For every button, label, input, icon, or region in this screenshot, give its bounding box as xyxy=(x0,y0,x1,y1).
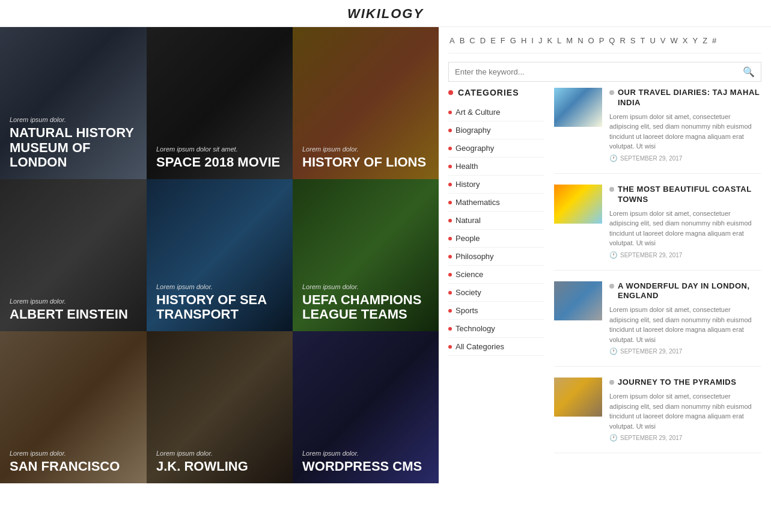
grid-cell-3[interactable]: Lorem ipsum dolor.ALBERT EINSTEIN xyxy=(0,179,147,331)
categories-title: CATEGORIES xyxy=(448,88,544,97)
grid-cell-8[interactable]: Lorem ipsum dolor.WORDPRESS CMS xyxy=(293,331,439,483)
alpha-letter-U[interactable]: U xyxy=(648,35,656,46)
alpha-letter-O[interactable]: O xyxy=(587,35,596,46)
alpha-letter-W[interactable]: W xyxy=(669,35,679,46)
site-logo[interactable]: WIKILOGY xyxy=(347,6,424,21)
category-label: All Categories xyxy=(456,342,504,351)
category-item[interactable]: Society xyxy=(448,284,544,302)
alpha-letter-R[interactable]: R xyxy=(618,35,626,46)
article-item-3[interactable]: JOURNEY TO THE PYRAMIDSLorem ipsum dolor… xyxy=(554,378,761,453)
article-excerpt-3: Lorem ipsum dolor sit amet, consectetuer… xyxy=(609,391,761,431)
grid-cell-subtitle-0: Lorem ipsum dolor. xyxy=(10,116,147,123)
clock-icon: 🕐 xyxy=(609,434,618,442)
alpha-letter-P[interactable]: P xyxy=(598,35,606,46)
article-date-1: 🕐SEPTEMBER 29, 2017 xyxy=(609,251,761,259)
category-item[interactable]: All Categories xyxy=(448,338,544,356)
clock-icon: 🕐 xyxy=(609,154,618,162)
alpha-letter-G[interactable]: G xyxy=(509,35,517,46)
alpha-letter-E[interactable]: E xyxy=(489,35,497,46)
article-item-1[interactable]: THE MOST BEAUTIFUL COASTAL TOWNSLorem ip… xyxy=(554,185,761,271)
alpha-letter-S[interactable]: S xyxy=(629,35,637,46)
alpha-letter-I[interactable]: I xyxy=(530,35,535,46)
category-item[interactable]: History xyxy=(448,176,544,194)
alphabet-nav: ABCDEFGHIJKLMNOPQRSTUVWXYZ# xyxy=(448,27,761,54)
category-item[interactable]: Health xyxy=(448,157,544,176)
category-item[interactable]: Science xyxy=(448,266,544,284)
grid-row-3: Lorem ipsum dolor.SAN FRANCISCOLorem ips… xyxy=(0,331,439,483)
alpha-letter-#[interactable]: # xyxy=(711,35,718,46)
article-title-3: JOURNEY TO THE PYRAMIDS xyxy=(618,378,736,388)
alpha-letter-J[interactable]: J xyxy=(537,35,544,46)
category-item[interactable]: Art & Culture xyxy=(448,103,544,121)
grid-cell-2[interactable]: Lorem ipsum dolor.HISTORY OF LIONS xyxy=(293,27,439,179)
grid-cell-title-4: HISTORY OF SEA TRANSPORT xyxy=(156,293,293,322)
alpha-letter-H[interactable]: H xyxy=(520,35,528,46)
article-info-0: OUR TRAVEL DIARIES: TAJ MAHAL INDIALorem… xyxy=(609,88,761,162)
grid-cell-subtitle-3: Lorem ipsum dolor. xyxy=(10,298,128,305)
article-title-2: A WONDERFUL DAY IN LONDON, ENGLAND xyxy=(618,281,761,302)
article-date-text-1: SEPTEMBER 29, 2017 xyxy=(620,252,682,258)
alpha-letter-X[interactable]: X xyxy=(681,35,689,46)
article-thumbnail-image-0 xyxy=(554,88,602,127)
grid-cell-subtitle-6: Lorem ipsum dolor. xyxy=(10,450,120,457)
article-date-text-2: SEPTEMBER 29, 2017 xyxy=(620,348,682,355)
article-title-0: OUR TRAVEL DIARIES: TAJ MAHAL INDIA xyxy=(618,88,761,108)
grid-cell-subtitle-8: Lorem ipsum dolor. xyxy=(302,450,422,457)
alpha-letter-Y[interactable]: Y xyxy=(691,35,699,46)
alpha-letter-Q[interactable]: Q xyxy=(608,35,616,46)
grid-cell-0[interactable]: Lorem ipsum dolor.NATURAL HISTORY MUSEUM… xyxy=(0,27,147,179)
category-label: Biography xyxy=(456,126,491,135)
category-bullet xyxy=(448,309,452,313)
grid-cell-title-3: ALBERT EINSTEIN xyxy=(10,307,128,322)
article-item-0[interactable]: OUR TRAVEL DIARIES: TAJ MAHAL INDIALorem… xyxy=(554,88,761,174)
category-item[interactable]: Technology xyxy=(448,320,544,338)
category-label: Mathematics xyxy=(456,198,500,207)
category-item[interactable]: Philosophy xyxy=(448,248,544,266)
grid-cell-1[interactable]: Lorem ipsum dolor sit amet.SPACE 2018 MO… xyxy=(147,27,293,179)
grid-cell-7[interactable]: Lorem ipsum dolor.J.K. ROWLING xyxy=(147,331,293,483)
alpha-letter-M[interactable]: M xyxy=(565,35,574,46)
header: WIKILOGY xyxy=(0,0,771,27)
alpha-letter-V[interactable]: V xyxy=(659,35,667,46)
grid-cell-6[interactable]: Lorem ipsum dolor.SAN FRANCISCO xyxy=(0,331,147,483)
grid-row-1: Lorem ipsum dolor.NATURAL HISTORY MUSEUM… xyxy=(0,27,439,179)
category-item[interactable]: People xyxy=(448,230,544,248)
category-item[interactable]: Mathematics xyxy=(448,194,544,212)
alpha-letter-T[interactable]: T xyxy=(639,35,647,46)
category-list: Art & CultureBiographyGeographyHealthHis… xyxy=(448,103,544,356)
grid-cell-title-5: UEFA CHAMPIONS LEAGUE TEAMS xyxy=(302,293,439,322)
category-bullet xyxy=(448,327,452,331)
alpha-letter-C[interactable]: C xyxy=(468,35,476,46)
category-item[interactable]: Geography xyxy=(448,139,544,157)
category-bullet xyxy=(448,183,452,186)
search-icon[interactable]: 🔍 xyxy=(743,66,755,78)
alpha-letter-D[interactable]: D xyxy=(479,35,487,46)
alpha-letter-A[interactable]: A xyxy=(448,35,456,46)
article-thumbnail-image-1 xyxy=(554,185,602,224)
article-info-3: JOURNEY TO THE PYRAMIDSLorem ipsum dolor… xyxy=(609,378,761,442)
grid-cell-5[interactable]: Lorem ipsum dolor.UEFA CHAMPIONS LEAGUE … xyxy=(293,179,439,331)
category-item[interactable]: Sports xyxy=(448,302,544,320)
alpha-letter-K[interactable]: K xyxy=(546,35,553,46)
article-excerpt-0: Lorem ipsum dolor sit amet, consectetuer… xyxy=(609,112,761,151)
category-label: Natural xyxy=(456,216,481,225)
article-thumb-0 xyxy=(554,88,602,127)
article-date-2: 🕐SEPTEMBER 29, 2017 xyxy=(609,347,761,355)
category-label: Science xyxy=(456,270,483,279)
article-date-text-3: SEPTEMBER 29, 2017 xyxy=(620,435,682,441)
grid-cell-subtitle-1: Lorem ipsum dolor sit amet. xyxy=(156,145,280,153)
article-thumbnail-image-3 xyxy=(554,378,602,417)
category-item[interactable]: Natural xyxy=(448,212,544,230)
grid-cell-4[interactable]: Lorem ipsum dolor.HISTORY OF SEA TRANSPO… xyxy=(147,179,293,331)
alpha-letter-L[interactable]: L xyxy=(556,35,562,46)
alpha-letter-Z[interactable]: Z xyxy=(701,35,709,46)
alpha-letter-N[interactable]: N xyxy=(576,35,584,46)
alpha-letter-F[interactable]: F xyxy=(499,35,507,46)
category-bullet xyxy=(448,129,452,132)
search-input[interactable] xyxy=(455,67,743,76)
category-label: Sports xyxy=(456,306,478,315)
alpha-letter-B[interactable]: B xyxy=(459,35,466,46)
article-item-2[interactable]: A WONDERFUL DAY IN LONDON, ENGLANDLorem … xyxy=(554,281,761,367)
category-item[interactable]: Biography xyxy=(448,121,544,139)
grid-cell-subtitle-4: Lorem ipsum dolor. xyxy=(156,283,293,290)
